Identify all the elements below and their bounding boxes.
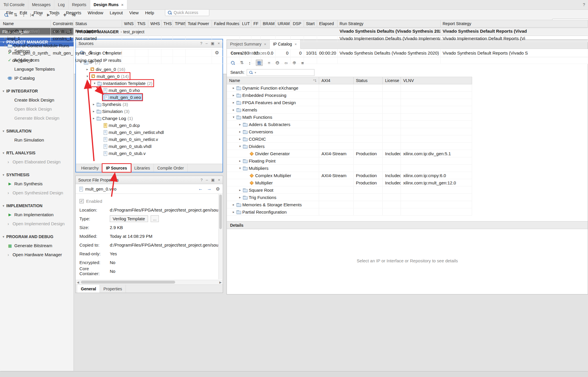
column-whs[interactable]: WHS <box>148 20 161 27</box>
catalog-row-partial-reconfiguration[interactable]: ▸Partial Reconfiguration <box>227 208 472 216</box>
forward-icon[interactable]: → <box>207 186 212 192</box>
percent-icon[interactable]: % <box>72 12 75 17</box>
catalog-row-kernels[interactable]: ▸Kernels <box>227 106 472 114</box>
scroll-right-icon[interactable]: ▶ <box>218 280 223 284</box>
chevron-expanded-icon[interactable]: ▾ <box>85 74 90 78</box>
chevron-collapsed-icon[interactable]: ▸ <box>231 210 236 214</box>
tree-item-synthesis[interactable]: ▸ Synthesis (3) <box>76 101 222 108</box>
chevron-expanded-icon[interactable]: ▾ <box>237 144 243 148</box>
tab-compile-order[interactable]: Compile Order <box>154 164 188 172</box>
chevron-collapsed-icon[interactable]: ▸ <box>237 137 243 141</box>
chevron-collapsed-icon[interactable]: ▸ <box>237 188 243 192</box>
back-icon[interactable]: ← <box>198 186 203 192</box>
help-icon[interactable]: ? <box>580 0 588 9</box>
column-elapsed[interactable]: Elapsed <box>317 20 338 27</box>
run-row-synth-1[interactable]: ▸synth_1(active) constrs_1 Not started V… <box>0 27 588 35</box>
expand-all-icon[interactable]: ↕ <box>23 12 25 17</box>
chevron-collapsed-icon[interactable]: ▸ <box>237 123 243 126</box>
catalog-row-divider-generator[interactable]: Divider Generator AXI4-Stream Production… <box>227 150 472 157</box>
chevron-collapsed-icon[interactable]: ▸ <box>231 203 236 207</box>
catalog-row-complex-multiplier[interactable]: Complex Multiplier AXI4-Stream Productio… <box>227 172 472 179</box>
column-uram[interactable]: URAM <box>276 20 291 27</box>
column-total-power[interactable]: Total Power <box>186 20 212 27</box>
fn-section-implementation[interactable]: ▾ IMPLEMENTATION <box>0 201 74 210</box>
chevron-expanded-icon[interactable]: ▾ <box>3 44 7 48</box>
chevron-expanded-icon[interactable]: ▾ <box>231 115 236 119</box>
column-status[interactable]: Status <box>354 77 383 84</box>
prev-icon[interactable]: « <box>39 12 41 18</box>
first-icon[interactable]: |◀ <box>30 13 34 17</box>
column-report-strategy[interactable]: Report Strategy <box>441 20 588 27</box>
catalog-row-dynamic-function-exchange[interactable]: ▸Dynamic Function eXchange <box>227 84 472 92</box>
fn-section-rtl-analysis[interactable]: ▾ RTL ANALYSIS <box>0 149 74 157</box>
fn-section-ip-integrator[interactable]: ▾ IP INTEGRATOR <box>0 87 74 95</box>
fn-section-synthesis[interactable]: ▾ SYNTHESIS <box>0 170 74 179</box>
catalog-row-adders-subtracters[interactable]: ▸Adders & Subtracters <box>227 121 472 128</box>
column-axi4[interactable]: AXI4 <box>319 77 354 84</box>
catalog-row-cordic[interactable]: ▸CORDIC <box>227 135 472 143</box>
chevron-collapsed-icon[interactable]: ▸ <box>231 86 236 90</box>
next-icon[interactable]: » <box>55 12 58 18</box>
fn-item-open-block-design[interactable]: Open Block Design <box>0 104 74 114</box>
column-failed-routes[interactable]: Failed Routes <box>212 20 240 27</box>
column-name[interactable]: Name <box>0 20 51 27</box>
float-icon[interactable]: ▣ <box>211 178 215 182</box>
column-name[interactable]: Name ^1 <box>227 77 319 84</box>
fn-item-generate-bitstream[interactable]: ▦ Generate Bitstream <box>0 241 74 250</box>
fn-item-language-templates[interactable]: Language Templates <box>0 64 74 74</box>
chevron-collapsed-icon[interactable]: ▸ <box>91 109 96 113</box>
chevron-collapsed-icon[interactable]: ▸ <box>231 93 236 97</box>
column-constraints[interactable]: Constraints <box>51 20 73 27</box>
column-tpws[interactable]: TPWS <box>173 20 186 27</box>
collapse-all-icon[interactable]: ⇅ <box>14 12 18 18</box>
catalog-row-multipliers[interactable]: ▾Multipliers <box>227 165 472 172</box>
chevron-collapsed-icon[interactable]: ▸ <box>85 67 90 71</box>
column-vlnv[interactable]: VLNV <box>401 77 472 84</box>
tree-item-sim-netlist-v[interactable]: mult_gen_0_sim_netlist.v <box>76 136 222 143</box>
catalog-row-memories-storage[interactable]: ▸Memories & Storage Elements <box>227 201 472 208</box>
catalog-search-input[interactable]: ▾ <box>247 69 314 76</box>
chevron-collapsed-icon[interactable]: ▸ <box>231 101 236 104</box>
enabled-checkbox[interactable]: ✓ <box>79 199 84 203</box>
catalog-row-fpga-features[interactable]: ▸FPGA Features and Design <box>227 99 472 106</box>
column-dsp[interactable]: DSP <box>291 20 304 27</box>
type-value-box[interactable]: Verilog Template <box>110 215 148 222</box>
column-ff[interactable]: FF <box>251 20 261 27</box>
tree-item-mult-gen-0-veo[interactable]: mult_gen_0.veo <box>76 94 222 101</box>
tab-general[interactable]: General <box>77 285 100 293</box>
search-icon[interactable] <box>4 13 8 17</box>
tab-properties[interactable]: Properties <box>100 285 126 293</box>
column-ths[interactable]: THS <box>161 20 173 27</box>
tab-log[interactable]: Log <box>54 0 68 9</box>
column-tns[interactable]: TNS <box>135 20 148 27</box>
tree-item-instantiation-template[interactable]: ▾ Instantiation Template (2) <box>76 80 222 87</box>
catalog-row-embedded-processing[interactable]: ▸Embedded Processing <box>227 92 472 99</box>
column-lut[interactable]: LUT <box>240 20 251 27</box>
fn-item-generate-block-design[interactable]: Generate Block Design <box>0 114 74 123</box>
type-browse-button[interactable]: ... <box>151 215 159 222</box>
fn-section-simulation[interactable]: ▾ SIMULATION <box>0 127 74 135</box>
column-license[interactable]: License <box>383 77 401 84</box>
tree-item-change-log[interactable]: ▸ Change Log (1) <box>76 115 222 122</box>
run-group-out-of-context[interactable]: ▾ Out-of-Context Module Runs <box>0 42 588 49</box>
minimize-icon[interactable]: – <box>206 178 208 182</box>
tab-libraries[interactable]: Libraries <box>131 164 154 172</box>
fn-item-open-implemented-design[interactable]: › Open Implemented Design <box>0 219 74 228</box>
tab-design-runs[interactable]: Design Runs × <box>90 0 127 9</box>
catalog-row-square-root[interactable]: ▸Square Root <box>227 186 472 194</box>
play-icon[interactable]: ▶ <box>47 13 50 17</box>
catalog-row-trig-functions[interactable]: ▸Trig Functions <box>227 194 472 201</box>
tree-item-stub-vhdl[interactable]: mult_gen_0_stub.vhdl <box>76 143 222 150</box>
chevron-collapsed-icon[interactable]: ▸ <box>237 159 243 163</box>
close-icon[interactable]: × <box>121 3 123 7</box>
close-icon[interactable]: × <box>218 178 220 182</box>
fn-item-create-block-design[interactable]: Create Block Design <box>0 95 74 104</box>
chevron-collapsed-icon[interactable]: ▸ <box>237 196 243 199</box>
fn-item-open-synthesized-design[interactable]: › Open Synthesized Design <box>0 188 74 197</box>
fn-item-ip-catalog[interactable]: IP Catalog <box>0 74 74 83</box>
run-row-impl-1[interactable]: ▸impl_1 constrs_1 Not started Vivado Imp… <box>0 35 588 42</box>
fn-item-open-elaborated-design[interactable]: › Open Elaborated Design <box>0 157 74 166</box>
tab-tcl-console[interactable]: Tcl Console <box>0 0 28 9</box>
catalog-row-multiplier[interactable]: Multiplier Production Included xilinx.co… <box>227 179 472 186</box>
fn-item-run-implementation[interactable]: ▶ Run Implementation <box>0 210 74 219</box>
